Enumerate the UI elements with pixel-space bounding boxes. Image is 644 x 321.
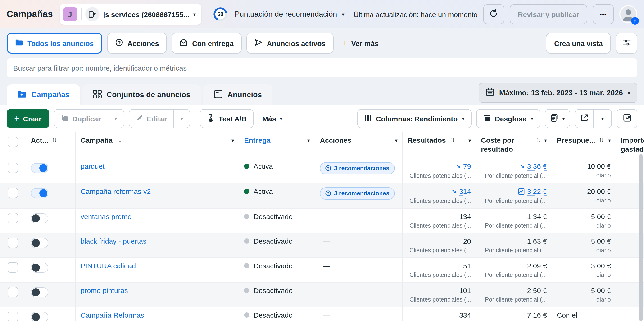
table-row: Campaña ReformasDesactivado—334Clientes …: [0, 307, 644, 321]
row-checkbox[interactable]: [8, 311, 18, 321]
facebook-badge-icon: f: [631, 17, 639, 25]
campaign-name-link[interactable]: promo pinturas: [80, 286, 128, 294]
see-more-button[interactable]: + Ver más: [338, 38, 382, 48]
recommendations-badge[interactable]: 3 recomendaciones: [320, 162, 394, 174]
breakdown-label: Desglose: [495, 115, 526, 123]
charts-button[interactable]: [616, 109, 637, 128]
chevron-down-icon: ▾: [468, 138, 471, 143]
campaign-toggle[interactable]: [31, 287, 48, 297]
campaign-toggle[interactable]: [31, 262, 48, 272]
toggle-knob: [39, 164, 48, 172]
ad-account-selector[interactable]: J js services (2608887155... ▾: [60, 4, 202, 25]
header-campaign[interactable]: Campaña ↑↓ ▾: [76, 132, 239, 158]
campaign-name-link[interactable]: Campaña reformas v2: [80, 187, 151, 195]
header-label: Campaña: [80, 136, 112, 144]
row-checkbox[interactable]: [8, 162, 18, 173]
row-checkbox[interactable]: [8, 262, 18, 272]
budget-cell: 20,00 €diario: [552, 183, 616, 208]
results-value[interactable]: 79: [463, 162, 471, 170]
budget-label: diario: [596, 296, 611, 303]
actions-cell: 3 recomendaciones: [315, 183, 403, 208]
tab-ads[interactable]: Anuncios: [203, 84, 272, 105]
score-dropdown[interactable]: Puntuación de recomendación ▾: [234, 10, 344, 19]
filter-chip-active-ads[interactable]: Anuncios activos: [246, 33, 334, 54]
cost-per-result-value[interactable]: 3,36 €: [527, 162, 547, 170]
header-checkbox-cell: [0, 132, 26, 158]
select-all-checkbox[interactable]: [8, 137, 18, 147]
actions-cell: 3 recomendaciones: [315, 158, 403, 183]
level-tabs: Campañas Conjuntos de anuncios Anuncios …: [0, 81, 644, 105]
toggle-knob: [32, 313, 40, 321]
ads-manager-page: Campañas J js services (2608887155... ▾ …: [0, 0, 644, 321]
edit-dropdown-arrow[interactable]: ▾: [174, 110, 190, 128]
export-dropdown-arrow[interactable]: ▾: [593, 110, 611, 128]
campaign-toggle[interactable]: [31, 163, 48, 173]
campaign-name-link[interactable]: black friday - puertas: [80, 237, 146, 245]
campaign-name-cell: Campaña Reformas: [76, 307, 239, 321]
header-budget[interactable]: Presupue... ↑↓ ▾: [552, 132, 616, 158]
opportunity-score-gauge[interactable]: 60: [213, 7, 228, 22]
breakdown-button[interactable]: Desglose ▾: [476, 109, 540, 128]
row-checkbox[interactable]: [8, 287, 18, 297]
reports-button[interactable]: ▾: [545, 109, 570, 128]
refresh-button[interactable]: [483, 4, 504, 24]
more-menu-button[interactable]: Más ▾: [258, 115, 286, 123]
budget-cell: 5,00 €diario: [552, 233, 616, 257]
campaign-name-link[interactable]: PINTURA calidad: [80, 261, 136, 269]
review-publish-button[interactable]: Revisar y publicar: [510, 4, 587, 24]
header-results[interactable]: Resultados ↑↓ ▾: [403, 132, 476, 158]
date-range-selector[interactable]: Máximo: 13 feb. 2023 - 13 mar. 2026 ▾: [479, 83, 637, 103]
filter-chip-delivery[interactable]: Con entrega: [172, 33, 242, 54]
export-button[interactable]: [575, 110, 593, 128]
columns-button[interactable]: Columnas: Rendimiento ▾: [357, 109, 472, 128]
header-amount-spent[interactable]: Importe gastado: [616, 132, 644, 158]
actions-cell: —: [315, 208, 403, 233]
user-avatar[interactable]: f: [619, 5, 637, 23]
campaign-name-link[interactable]: ventanas promo: [80, 212, 132, 220]
row-checkbox[interactable]: [8, 237, 18, 248]
more-options-button[interactable]: •••: [593, 4, 614, 24]
filter-chip-all-ads[interactable]: Todos los anuncios: [7, 33, 102, 54]
cost-per-result-value[interactable]: 3,22 €: [527, 187, 547, 196]
delivery-status: Activa: [244, 162, 310, 170]
campaign-name-link[interactable]: Campaña Reformas: [80, 311, 144, 319]
create-view-button[interactable]: Crea una vista: [546, 33, 611, 54]
header-cost-per-result[interactable]: Coste por resultado ↑↓ ▾: [476, 132, 552, 158]
edit-button[interactable]: Editar: [129, 110, 174, 128]
header-actions[interactable]: Acciones ▾: [315, 132, 403, 158]
trend-down-icon: ↘: [451, 188, 456, 195]
results-value[interactable]: 314: [459, 187, 471, 196]
campaign-toggle[interactable]: [31, 238, 48, 248]
filter-chip-label: Acciones: [127, 39, 159, 47]
campaign-toggle[interactable]: [31, 312, 48, 321]
header-delivery[interactable]: Entrega ↑ ▾: [239, 132, 315, 158]
row-checkbox[interactable]: [8, 213, 18, 223]
tab-campaigns[interactable]: Campañas: [7, 84, 80, 105]
row-checkbox[interactable]: [8, 188, 18, 198]
create-button[interactable]: + Crear: [7, 109, 49, 128]
edit-label: Editar: [147, 115, 167, 123]
campaign-toggle[interactable]: [31, 188, 48, 198]
business-avatar: J: [63, 7, 77, 21]
filter-chip-actions[interactable]: Acciones: [107, 33, 167, 54]
campaign-name-link[interactable]: parquet: [80, 162, 105, 170]
budget-value: 5,00 €: [591, 237, 611, 245]
header-active[interactable]: Act... ↑↓: [26, 132, 76, 158]
sort-icon: ↑↓: [450, 136, 454, 143]
view-settings-button[interactable]: [616, 33, 637, 54]
duplicate-button[interactable]: Duplicar: [54, 110, 107, 128]
budget-cell: 10,00 €diario: [552, 158, 616, 183]
vertical-scrollbar[interactable]: [639, 154, 642, 321]
toggle-knob: [32, 214, 40, 222]
recommendations-badge[interactable]: 3 recomendaciones: [320, 187, 394, 199]
delivery-status: Activa: [244, 187, 310, 195]
ab-test-button[interactable]: Test A/B: [200, 109, 254, 128]
duplicate-dropdown-arrow[interactable]: ▾: [107, 110, 124, 128]
status-label: Desactivado: [254, 311, 292, 319]
search-input[interactable]: [7, 58, 637, 77]
actions-cell: —: [315, 307, 403, 321]
campaign-toggle[interactable]: [31, 213, 48, 223]
tab-ad-sets[interactable]: Conjuntos de anuncios: [82, 84, 201, 105]
row-toggle-cell: [26, 307, 76, 321]
chevron-down-icon: ▾: [544, 138, 547, 143]
